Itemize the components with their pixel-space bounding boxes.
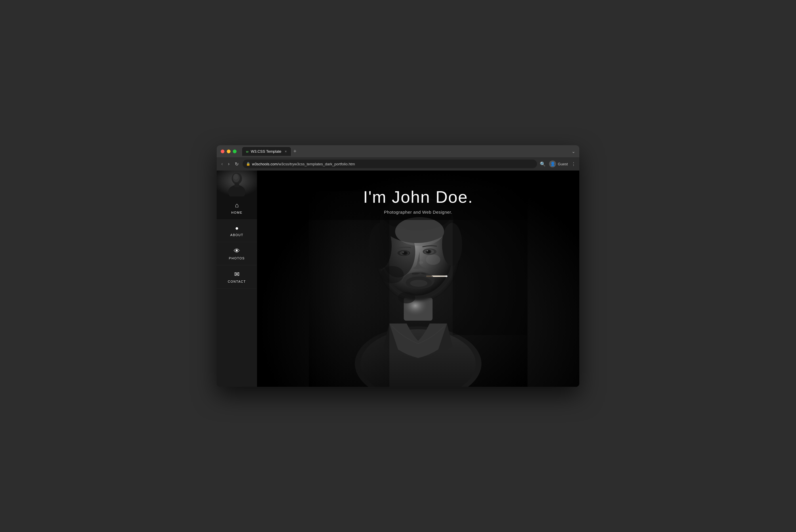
contact-label: CONTACT xyxy=(228,280,246,283)
svg-point-31 xyxy=(419,261,423,264)
expand-icon: ⌄ xyxy=(572,149,575,154)
username-label: Guest xyxy=(558,162,568,166)
search-icon[interactable]: 🔍 xyxy=(540,161,545,167)
about-icon: ● xyxy=(235,225,239,231)
home-label: HOME xyxy=(232,211,243,214)
svg-rect-42 xyxy=(309,191,389,387)
sidebar-item-contact[interactable]: ✉ CONTACT xyxy=(217,265,257,289)
svg-rect-44 xyxy=(453,220,527,335)
hero-title: I'm John Doe. xyxy=(257,188,579,206)
address-path: /w3css/tryw3css_templates_dark_portfolio… xyxy=(278,162,355,166)
tab-title: W3.CSS Template xyxy=(251,149,281,154)
more-icon[interactable]: ⋮ xyxy=(571,161,576,167)
refresh-button[interactable]: ↻ xyxy=(234,160,240,168)
hero-portrait xyxy=(309,191,527,387)
svg-point-41 xyxy=(398,292,415,303)
hero-text: I'm John Doe. Photographer and Web Desig… xyxy=(257,171,579,214)
svg-point-39 xyxy=(426,254,440,265)
photos-icon: 👁 xyxy=(234,247,240,255)
minimize-button[interactable] xyxy=(227,150,230,153)
address-domain: w3schools.com xyxy=(252,162,278,166)
sidebar-avatar xyxy=(217,171,257,196)
svg-point-30 xyxy=(426,250,428,251)
sidebar-item-photos[interactable]: 👁 PHOTOS xyxy=(217,242,257,265)
hero-subtitle: Photographer and Web Designer. xyxy=(257,210,579,214)
close-button[interactable] xyxy=(221,150,224,153)
svg-point-25 xyxy=(402,252,404,253)
photos-label: PHOTOS xyxy=(229,256,245,260)
svg-point-20 xyxy=(395,217,444,246)
svg-point-38 xyxy=(410,280,427,287)
page-content: ⌂ HOME ● ABOUT 👁 PHOTOS ✉ CONTACT xyxy=(217,171,579,387)
svg-point-6 xyxy=(234,174,238,180)
sidebar: ⌂ HOME ● ABOUT 👁 PHOTOS ✉ CONTACT xyxy=(217,171,257,387)
back-button[interactable]: ‹ xyxy=(220,160,224,168)
user-avatar: 👤 xyxy=(549,160,556,167)
forward-button[interactable]: › xyxy=(227,160,230,168)
svg-rect-4 xyxy=(235,183,239,187)
svg-point-34 xyxy=(445,276,447,277)
sidebar-item-about[interactable]: ● ABOUT xyxy=(217,220,257,242)
title-bar: w W3.CSS Template × + ⌄ xyxy=(217,145,579,157)
new-tab-button[interactable]: + xyxy=(291,148,299,154)
tab-bar: w W3.CSS Template × + xyxy=(242,147,569,156)
about-label: ABOUT xyxy=(230,233,243,237)
browser-window: w W3.CSS Template × + ⌄ ‹ › ↻ 🔒 w3school… xyxy=(217,145,579,387)
sidebar-item-home[interactable]: ⌂ HOME xyxy=(217,196,257,220)
lock-icon: 🔒 xyxy=(246,162,251,166)
toolbar-right: 🔍 👤 Guest ⋮ xyxy=(540,160,576,167)
tab-favicon: w xyxy=(246,150,248,153)
main-content: I'm John Doe. Photographer and Web Desig… xyxy=(257,171,579,387)
user-badge[interactable]: 👤 Guest xyxy=(549,160,568,167)
address-text: w3schools.com/w3css/tryw3css_templates_d… xyxy=(252,162,355,166)
home-icon: ⌂ xyxy=(235,202,239,209)
active-tab[interactable]: w W3.CSS Template × xyxy=(242,147,291,156)
contact-icon: ✉ xyxy=(234,271,239,278)
maximize-button[interactable] xyxy=(233,150,237,153)
tab-close-button[interactable]: × xyxy=(285,150,287,154)
address-bar[interactable]: 🔒 w3schools.com/w3css/tryw3css_templates… xyxy=(243,159,537,168)
traffic-lights xyxy=(221,150,237,153)
address-bar-row: ‹ › ↻ 🔒 w3schools.com/w3css/tryw3css_tem… xyxy=(217,157,579,171)
svg-rect-35 xyxy=(440,276,445,277)
browser-chrome: w W3.CSS Template × + ⌄ ‹ › ↻ 🔒 w3school… xyxy=(217,145,579,171)
